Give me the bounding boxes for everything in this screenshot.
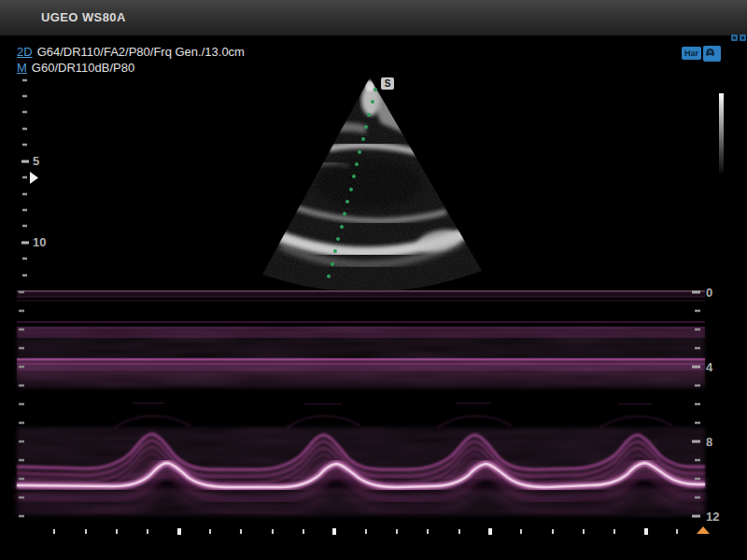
display-graphics: [0, 0, 747, 560]
focus-marker-icon[interactable]: [30, 172, 38, 184]
ultrasound-screen: UGEO WS80A 2DG64/DR110/FA2/P80/Frq Gen./…: [0, 0, 747, 560]
m-mode-trace: [17, 290, 705, 516]
2d-image: [252, 77, 495, 315]
sweep-position-icon[interactable]: [697, 526, 710, 534]
depth-ruler-2d: [21, 80, 38, 275]
time-ruler: [54, 526, 710, 535]
